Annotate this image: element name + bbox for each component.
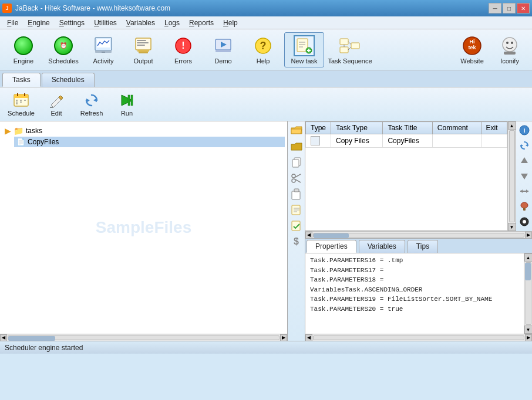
side-dollar[interactable]: $ [289, 235, 304, 249]
sub-refresh[interactable]: Refresh [75, 90, 108, 119]
props-tab-tips[interactable]: Tips [408, 240, 438, 253]
schedules-label: Schedules [48, 57, 78, 65]
grid-hscroll-right[interactable]: ▶ [525, 232, 532, 239]
left-hscroll-right[interactable]: ▶ [280, 334, 287, 341]
col-comment: Comment [432, 122, 481, 134]
toolbar-website[interactable]: Hi tek Website [454, 32, 490, 67]
sub-run[interactable]: Run [110, 90, 143, 119]
svg-rect-8 [139, 52, 148, 53]
toolbar-taskseq[interactable]: Task Sequence [326, 32, 373, 67]
props-hscroll-left[interactable]: ◀ [305, 334, 312, 341]
tree-root: ▶ 📁 tasks 📄 CopyFiles [2, 124, 285, 148]
props-vscroll[interactable]: ▲ ▼ [524, 253, 532, 334]
maximize-button[interactable]: □ [503, 3, 516, 13]
svg-point-57 [292, 174, 295, 178]
activity-label: Activity [93, 57, 114, 65]
window-title: JaBack - Hitek Software - www.hiteksoftw… [15, 4, 170, 12]
table-row[interactable]: Copy Files CopyFiles [306, 134, 507, 148]
status-bar: Scheduler engine started [0, 341, 532, 354]
toolbar-right: Hi tek Website Iconify [454, 32, 527, 67]
toolbar-newtask[interactable]: New task [284, 32, 324, 67]
svg-rect-36 [504, 52, 516, 55]
menu-engine[interactable]: Engine [23, 18, 54, 28]
cell-exit [481, 134, 507, 148]
side-note[interactable] [289, 203, 304, 217]
grid-with-scroll: Type Task Type Task Title Comment Exit [305, 121, 532, 231]
toolbar-schedules[interactable]: ⏰ Schedules [45, 32, 82, 67]
menu-settings[interactable]: Settings [55, 18, 89, 28]
svg-rect-7 [137, 45, 145, 46]
svg-text:!: ! [181, 40, 184, 50]
grid-vscroll-track[interactable] [509, 130, 515, 222]
side-scissors[interactable] [289, 171, 304, 185]
props-vscroll-down[interactable]: ▼ [524, 326, 533, 334]
edit-sub-icon [48, 92, 65, 109]
col-type: Type [306, 122, 331, 134]
right-icon-arrows[interactable] [518, 185, 531, 198]
menu-file[interactable]: File [2, 18, 23, 28]
toolbar-output[interactable]: Output [124, 32, 162, 67]
svg-text:?: ? [260, 40, 267, 52]
svg-line-29 [348, 47, 351, 50]
sub-edit[interactable]: Edit [40, 90, 73, 119]
toolbar-demo[interactable]: Demo [204, 32, 242, 67]
grid-hscroll[interactable]: ◀ ▶ [305, 231, 532, 238]
props-hscroll-right[interactable]: ▶ [525, 334, 532, 341]
left-panel-hscroll[interactable]: ◀ ▶ [0, 334, 287, 341]
side-paste[interactable] [289, 187, 304, 201]
refresh-sub-icon [83, 92, 100, 109]
cell-comment [432, 134, 481, 148]
sub-schedule[interactable]: Schedule [5, 90, 38, 119]
toolbar-activity[interactable]: Activity [85, 32, 122, 67]
right-icon-down[interactable] [518, 170, 531, 182]
props-tab-properties[interactable]: Properties [307, 240, 356, 253]
props-tab-variables[interactable]: Variables [359, 240, 405, 253]
tree-copyfiles[interactable]: 📄 CopyFiles [14, 137, 285, 147]
errors-icon: ! [173, 35, 194, 56]
tabs-bar: Tasks Schedules [0, 70, 532, 87]
left-hscroll-left[interactable]: ◀ [0, 334, 7, 341]
props-hscroll[interactable]: ◀ ▶ [305, 334, 532, 341]
right-icon-circle[interactable] [518, 215, 531, 228]
grid-vscroll-up[interactable]: ▲ [508, 121, 516, 130]
side-folder-closed[interactable] [289, 140, 304, 154]
props-hscroll-track[interactable] [313, 335, 524, 340]
grid-vscroll-down[interactable]: ▼ [508, 223, 516, 231]
right-icon-paint[interactable] [518, 200, 531, 213]
tab-schedules[interactable]: Schedules [42, 73, 95, 87]
close-button[interactable]: ✕ [517, 3, 530, 13]
menu-help[interactable]: Help [218, 18, 243, 28]
right-icon-up[interactable] [518, 154, 531, 167]
side-folder-open[interactable] [289, 124, 304, 138]
toolbar-iconify[interactable]: Iconify [492, 32, 527, 67]
help-icon: ? [252, 35, 274, 56]
svg-marker-76 [526, 189, 528, 193]
right-icon-info[interactable]: i [518, 124, 531, 137]
tree-copyfiles-label: CopyFiles [28, 138, 59, 146]
tree-tasks-root[interactable]: ▶ 📁 tasks [2, 125, 285, 137]
menu-reports[interactable]: Reports [184, 18, 218, 28]
tab-tasks[interactable]: Tasks [2, 73, 41, 87]
grid-hscroll-track[interactable] [313, 233, 524, 238]
svg-point-58 [292, 179, 295, 182]
props-vscroll-up[interactable]: ▲ [524, 253, 533, 262]
menu-variables[interactable]: Variables [122, 18, 160, 28]
app-icon: J [2, 4, 12, 13]
side-check[interactable] [289, 219, 304, 233]
left-hscroll-track[interactable] [8, 335, 280, 340]
grid-hscroll-left[interactable]: ◀ [305, 232, 312, 239]
menu-logs[interactable]: Logs [160, 18, 184, 28]
toolbar-engine[interactable]: Engine [5, 32, 42, 67]
minimize-button[interactable]: ─ [489, 3, 501, 13]
svg-point-34 [506, 42, 509, 44]
menu-utilities[interactable]: Utilities [89, 18, 122, 28]
svg-rect-26 [351, 43, 359, 49]
props-vscroll-track[interactable] [526, 262, 531, 325]
side-copy[interactable] [289, 155, 304, 170]
toolbar-help[interactable]: ? Help [244, 32, 282, 67]
toolbar-errors[interactable]: ! Errors [164, 32, 202, 67]
iconify-icon [499, 35, 520, 56]
folder-icon: ▶ [5, 126, 11, 135]
grid-vscroll[interactable]: ▲ ▼ [507, 121, 516, 231]
right-icon-refresh[interactable] [518, 139, 531, 152]
